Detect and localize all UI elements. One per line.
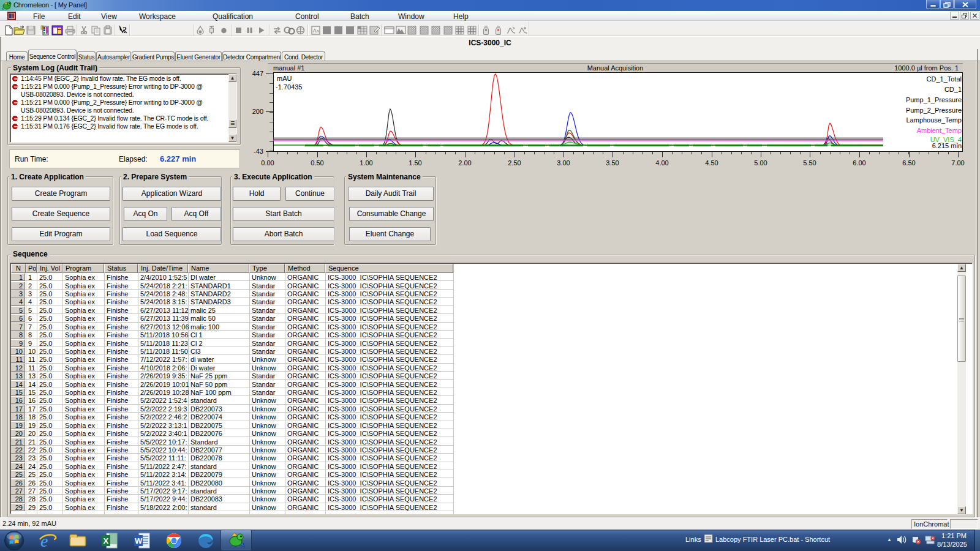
- svg-text:e: e: [40, 531, 48, 550]
- svg-text:X: X: [104, 536, 109, 545]
- svg-text:?: ?: [123, 26, 127, 35]
- svg-text:W: W: [135, 536, 143, 545]
